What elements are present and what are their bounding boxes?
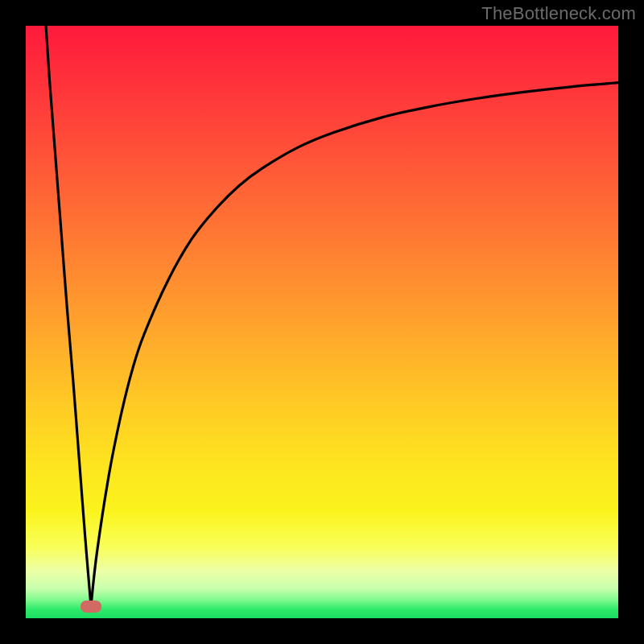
curve-left-branch <box>46 26 91 606</box>
plot-area <box>26 26 618 618</box>
optimum-marker <box>80 601 101 613</box>
watermark-text: TheBottleneck.com <box>481 3 636 24</box>
curve-layer <box>26 26 618 618</box>
chart-frame: TheBottleneck.com <box>0 0 644 644</box>
curve-right-branch <box>91 83 618 607</box>
